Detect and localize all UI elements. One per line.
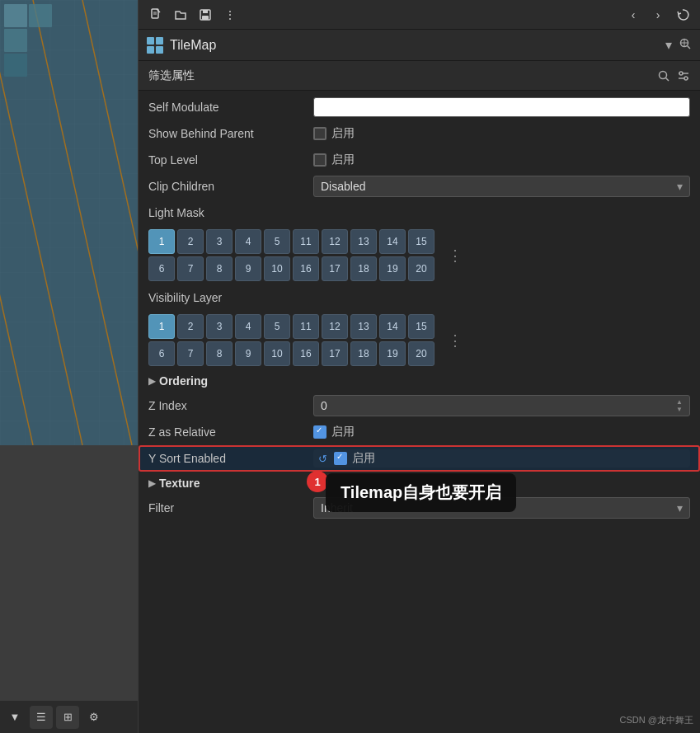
visibility-btn-12[interactable]: 12	[322, 314, 348, 339]
filter-settings-icon[interactable]	[677, 69, 690, 82]
light-mask-btn-9[interactable]: 9	[235, 256, 261, 281]
visibility-btn-13[interactable]: 13	[350, 314, 377, 339]
light-mask-btn-14[interactable]: 14	[379, 229, 406, 254]
visibility-btn-2[interactable]: 2	[177, 314, 204, 339]
light-mask-btn-16[interactable]: 16	[293, 256, 319, 281]
light-mask-btn-5[interactable]: 5	[264, 229, 290, 254]
show-behind-parent-label: Show Behind Parent	[148, 127, 313, 140]
list-btn[interactable]: ☰	[30, 706, 53, 729]
filter-search-icon[interactable]	[657, 69, 670, 82]
show-behind-parent-checkbox[interactable]	[313, 127, 327, 140]
node-search-button[interactable]	[679, 37, 692, 53]
new-file-button[interactable]	[145, 4, 167, 26]
visibility-btn-19[interactable]: 19	[379, 341, 406, 366]
self-modulate-color[interactable]	[313, 97, 690, 117]
filter-bar: 筛选属性	[139, 61, 700, 91]
nav-history-button[interactable]	[672, 4, 693, 26]
ordering-section-title: Ordering	[159, 374, 208, 388]
visibility-btn-10[interactable]: 10	[264, 341, 290, 366]
history-icon	[676, 8, 689, 21]
light-mask-btn-3[interactable]: 3	[206, 229, 233, 254]
light-mask-label-row: Light Mask	[139, 200, 700, 226]
light-mask-more-button[interactable]: ⋮	[444, 243, 464, 268]
collapse-btn[interactable]: ▼	[3, 706, 26, 729]
grid-btn[interactable]: ⊞	[56, 706, 79, 729]
svg-rect-6	[4, 4, 27, 27]
svg-point-25	[679, 72, 683, 75]
node-title-bar: TileMap ▾	[139, 30, 700, 61]
light-mask-btn-13[interactable]: 13	[350, 229, 377, 254]
watermark: CSDN @龙中舞王	[620, 714, 693, 726]
visibility-btn-15[interactable]: 15	[408, 314, 435, 339]
light-mask-btn-1[interactable]: 1	[148, 229, 175, 254]
light-mask-btn-8[interactable]: 8	[206, 256, 233, 281]
right-panel: ⋮ ‹ › TileMap ▾ 筛选属性	[139, 0, 700, 733]
light-mask-btn-2[interactable]: 2	[177, 229, 204, 254]
save-button[interactable]	[195, 4, 216, 26]
visibility-btn-14[interactable]: 14	[379, 314, 406, 339]
y-sort-enabled-row: Y Sort Enabled ↺ 启用	[139, 445, 700, 472]
light-mask-btn-20[interactable]: 20	[408, 256, 435, 281]
filter-dropdown[interactable]: Inherit ▾	[313, 497, 690, 519]
top-toolbar: ⋮ ‹ ›	[139, 0, 700, 30]
light-mask-btn-7[interactable]: 7	[177, 256, 204, 281]
clip-children-dropdown[interactable]: Disabled ▾	[313, 176, 690, 197]
clip-children-label: Clip Children	[148, 180, 313, 193]
light-mask-btn-6[interactable]: 6	[148, 256, 175, 281]
visibility-btn-18[interactable]: 18	[350, 341, 377, 366]
visibility-btn-17[interactable]: 17	[322, 341, 348, 366]
visibility-btn-9[interactable]: 9	[235, 341, 261, 366]
node-dropdown-button[interactable]: ▾	[665, 37, 672, 53]
top-level-enable-label: 启用	[331, 153, 355, 167]
light-mask-btn-18[interactable]: 18	[350, 256, 377, 281]
search-icon	[679, 37, 692, 50]
light-mask-btn-15[interactable]: 15	[408, 229, 435, 254]
light-mask-btn-10[interactable]: 10	[264, 256, 290, 281]
z-as-relative-enable-label: 启用	[331, 425, 355, 439]
settings-btn[interactable]: ⚙	[82, 706, 106, 729]
visibility-btn-8[interactable]: 8	[206, 341, 233, 366]
visibility-btn-6[interactable]: 6	[148, 341, 175, 366]
light-mask-btn-19[interactable]: 19	[379, 256, 406, 281]
y-sort-checkbox[interactable]	[334, 452, 347, 465]
texture-section-header[interactable]: ▶ Texture	[139, 472, 700, 495]
visibility-layer-more-button[interactable]: ⋮	[444, 328, 464, 353]
ordering-section-header[interactable]: ▶ Ordering	[139, 369, 700, 392]
visibility-btn-1[interactable]: 1	[148, 314, 175, 339]
z-as-relative-label: Z as Relative	[148, 425, 313, 439]
clip-children-dropdown-value: Disabled	[321, 180, 365, 193]
show-behind-parent-value: 启用	[313, 126, 690, 141]
show-behind-parent-row: Show Behind Parent 启用	[139, 120, 700, 147]
light-mask-label: Light Mask	[148, 206, 313, 219]
open-folder-button[interactable]	[170, 4, 191, 26]
light-mask-btn-17[interactable]: 17	[322, 256, 348, 281]
visibility-btn-5[interactable]: 5	[264, 314, 290, 339]
y-sort-enable-label: 启用	[352, 451, 375, 466]
z-as-relative-checkbox[interactable]	[313, 425, 327, 439]
ordering-arrow-icon: ▶	[148, 375, 156, 387]
light-mask-btn-12[interactable]: 12	[322, 229, 348, 254]
visibility-btn-16[interactable]: 16	[293, 341, 319, 366]
more-button[interactable]: ⋮	[219, 4, 241, 26]
clip-children-dropdown-arrow: ▾	[677, 180, 683, 193]
filter-row: Filter Inherit ▾	[139, 495, 700, 521]
svg-rect-16	[202, 16, 209, 20]
new-file-icon	[149, 8, 162, 21]
light-mask-btn-11[interactable]: 11	[293, 229, 319, 254]
light-mask-btn-4[interactable]: 4	[235, 229, 261, 254]
z-index-value: 0 ▲▼	[313, 395, 690, 416]
nav-forward-button[interactable]: ›	[647, 4, 669, 26]
nav-back-button[interactable]: ‹	[622, 4, 644, 26]
top-level-checkbox[interactable]	[313, 153, 327, 167]
texture-section-title: Texture	[159, 477, 200, 490]
visibility-btn-11[interactable]: 11	[293, 314, 319, 339]
visibility-btn-20[interactable]: 20	[408, 341, 435, 366]
visibility-btn-4[interactable]: 4	[235, 314, 261, 339]
visibility-btn-7[interactable]: 7	[177, 341, 204, 366]
svg-line-18	[688, 46, 691, 49]
z-index-input[interactable]: 0 ▲▼	[313, 395, 690, 416]
y-sort-reset-icon[interactable]: ↺	[318, 453, 327, 465]
canvas-grid-svg	[0, 0, 138, 445]
z-index-label: Z Index	[148, 399, 313, 412]
visibility-btn-3[interactable]: 3	[206, 314, 233, 339]
